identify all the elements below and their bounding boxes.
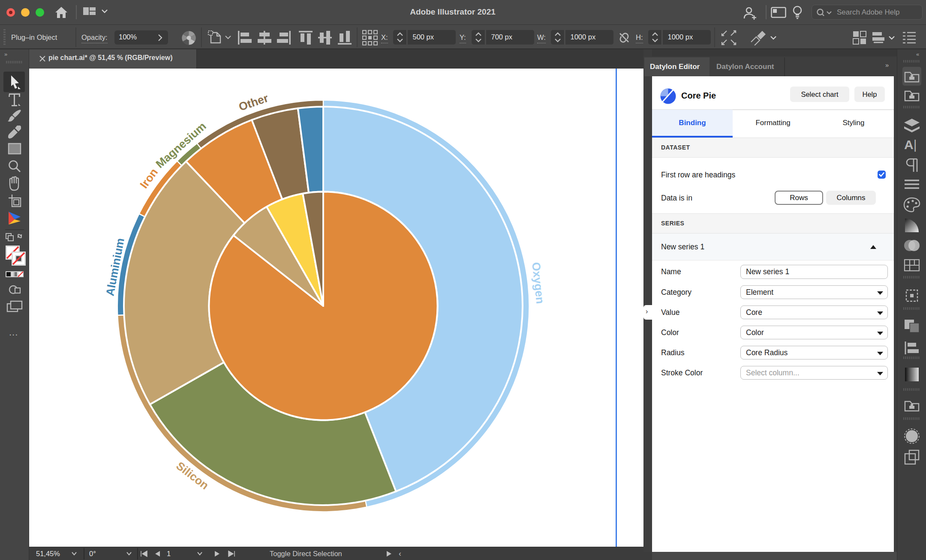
svg-text:Oxygen: Oxygen bbox=[529, 262, 547, 305]
